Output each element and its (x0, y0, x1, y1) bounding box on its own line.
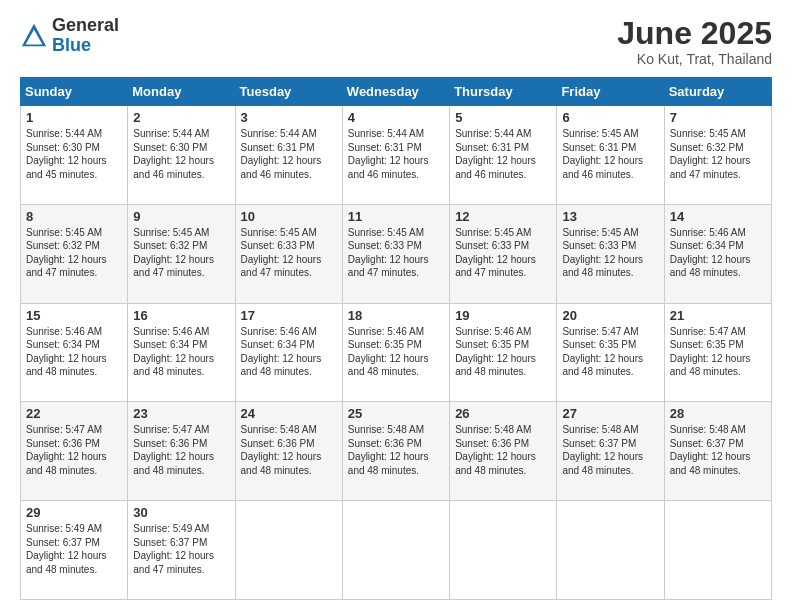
table-row: 12 Sunrise: 5:45 AMSunset: 6:33 PMDaylig… (450, 204, 557, 303)
table-row: 24 Sunrise: 5:48 AMSunset: 6:36 PMDaylig… (235, 402, 342, 501)
day-info: Sunrise: 5:44 AMSunset: 6:31 PMDaylight:… (455, 128, 536, 180)
day-info: Sunrise: 5:48 AMSunset: 6:36 PMDaylight:… (241, 424, 322, 476)
day-number: 23 (133, 406, 229, 421)
table-row: 23 Sunrise: 5:47 AMSunset: 6:36 PMDaylig… (128, 402, 235, 501)
day-number: 11 (348, 209, 444, 224)
day-info: Sunrise: 5:49 AMSunset: 6:37 PMDaylight:… (26, 523, 107, 575)
day-info: Sunrise: 5:45 AMSunset: 6:33 PMDaylight:… (455, 227, 536, 279)
table-row: 25 Sunrise: 5:48 AMSunset: 6:36 PMDaylig… (342, 402, 449, 501)
table-row: 13 Sunrise: 5:45 AMSunset: 6:33 PMDaylig… (557, 204, 664, 303)
calendar-week-row: 29 Sunrise: 5:49 AMSunset: 6:37 PMDaylig… (21, 501, 772, 600)
day-info: Sunrise: 5:44 AMSunset: 6:31 PMDaylight:… (241, 128, 322, 180)
table-row: 28 Sunrise: 5:48 AMSunset: 6:37 PMDaylig… (664, 402, 771, 501)
weekday-header-row: Sunday Monday Tuesday Wednesday Thursday… (21, 78, 772, 106)
table-row: 6 Sunrise: 5:45 AMSunset: 6:31 PMDayligh… (557, 106, 664, 205)
day-info: Sunrise: 5:46 AMSunset: 6:35 PMDaylight:… (348, 326, 429, 378)
day-info: Sunrise: 5:44 AMSunset: 6:30 PMDaylight:… (133, 128, 214, 180)
table-row (235, 501, 342, 600)
day-number: 14 (670, 209, 766, 224)
header-friday: Friday (557, 78, 664, 106)
table-row: 8 Sunrise: 5:45 AMSunset: 6:32 PMDayligh… (21, 204, 128, 303)
day-number: 30 (133, 505, 229, 520)
header-monday: Monday (128, 78, 235, 106)
day-info: Sunrise: 5:48 AMSunset: 6:36 PMDaylight:… (348, 424, 429, 476)
day-number: 7 (670, 110, 766, 125)
day-info: Sunrise: 5:44 AMSunset: 6:31 PMDaylight:… (348, 128, 429, 180)
table-row: 16 Sunrise: 5:46 AMSunset: 6:34 PMDaylig… (128, 303, 235, 402)
day-number: 8 (26, 209, 122, 224)
day-number: 12 (455, 209, 551, 224)
table-row (450, 501, 557, 600)
day-number: 27 (562, 406, 658, 421)
header-sunday: Sunday (21, 78, 128, 106)
header-tuesday: Tuesday (235, 78, 342, 106)
day-number: 5 (455, 110, 551, 125)
title-block: June 2025 Ko Kut, Trat, Thailand (617, 16, 772, 67)
day-info: Sunrise: 5:48 AMSunset: 6:37 PMDaylight:… (670, 424, 751, 476)
day-info: Sunrise: 5:45 AMSunset: 6:32 PMDaylight:… (26, 227, 107, 279)
header-thursday: Thursday (450, 78, 557, 106)
table-row: 7 Sunrise: 5:45 AMSunset: 6:32 PMDayligh… (664, 106, 771, 205)
day-number: 10 (241, 209, 337, 224)
day-info: Sunrise: 5:46 AMSunset: 6:34 PMDaylight:… (26, 326, 107, 378)
day-number: 6 (562, 110, 658, 125)
day-number: 4 (348, 110, 444, 125)
table-row: 18 Sunrise: 5:46 AMSunset: 6:35 PMDaylig… (342, 303, 449, 402)
table-row: 11 Sunrise: 5:45 AMSunset: 6:33 PMDaylig… (342, 204, 449, 303)
day-number: 29 (26, 505, 122, 520)
day-number: 26 (455, 406, 551, 421)
logo-blue-text: Blue (52, 35, 91, 55)
table-row: 27 Sunrise: 5:48 AMSunset: 6:37 PMDaylig… (557, 402, 664, 501)
logo-icon (20, 22, 48, 50)
day-number: 16 (133, 308, 229, 323)
table-row: 4 Sunrise: 5:44 AMSunset: 6:31 PMDayligh… (342, 106, 449, 205)
day-info: Sunrise: 5:46 AMSunset: 6:34 PMDaylight:… (241, 326, 322, 378)
table-row: 2 Sunrise: 5:44 AMSunset: 6:30 PMDayligh… (128, 106, 235, 205)
day-number: 9 (133, 209, 229, 224)
table-row: 3 Sunrise: 5:44 AMSunset: 6:31 PMDayligh… (235, 106, 342, 205)
day-number: 1 (26, 110, 122, 125)
day-info: Sunrise: 5:47 AMSunset: 6:35 PMDaylight:… (670, 326, 751, 378)
calendar-week-row: 1 Sunrise: 5:44 AMSunset: 6:30 PMDayligh… (21, 106, 772, 205)
day-number: 15 (26, 308, 122, 323)
day-info: Sunrise: 5:47 AMSunset: 6:36 PMDaylight:… (26, 424, 107, 476)
day-number: 18 (348, 308, 444, 323)
table-row: 20 Sunrise: 5:47 AMSunset: 6:35 PMDaylig… (557, 303, 664, 402)
table-row: 14 Sunrise: 5:46 AMSunset: 6:34 PMDaylig… (664, 204, 771, 303)
table-row: 5 Sunrise: 5:44 AMSunset: 6:31 PMDayligh… (450, 106, 557, 205)
header-saturday: Saturday (664, 78, 771, 106)
day-info: Sunrise: 5:45 AMSunset: 6:32 PMDaylight:… (670, 128, 751, 180)
location-subtitle: Ko Kut, Trat, Thailand (617, 51, 772, 67)
day-info: Sunrise: 5:48 AMSunset: 6:36 PMDaylight:… (455, 424, 536, 476)
header: General Blue June 2025 Ko Kut, Trat, Tha… (20, 16, 772, 67)
table-row (664, 501, 771, 600)
day-info: Sunrise: 5:45 AMSunset: 6:31 PMDaylight:… (562, 128, 643, 180)
calendar-week-row: 8 Sunrise: 5:45 AMSunset: 6:32 PMDayligh… (21, 204, 772, 303)
logo: General Blue (20, 16, 119, 56)
table-row: 26 Sunrise: 5:48 AMSunset: 6:36 PMDaylig… (450, 402, 557, 501)
day-info: Sunrise: 5:45 AMSunset: 6:33 PMDaylight:… (241, 227, 322, 279)
day-number: 17 (241, 308, 337, 323)
table-row: 29 Sunrise: 5:49 AMSunset: 6:37 PMDaylig… (21, 501, 128, 600)
day-number: 24 (241, 406, 337, 421)
table-row: 10 Sunrise: 5:45 AMSunset: 6:33 PMDaylig… (235, 204, 342, 303)
day-info: Sunrise: 5:44 AMSunset: 6:30 PMDaylight:… (26, 128, 107, 180)
month-title: June 2025 (617, 16, 772, 51)
day-number: 2 (133, 110, 229, 125)
day-info: Sunrise: 5:47 AMSunset: 6:35 PMDaylight:… (562, 326, 643, 378)
day-info: Sunrise: 5:46 AMSunset: 6:34 PMDaylight:… (133, 326, 214, 378)
table-row: 19 Sunrise: 5:46 AMSunset: 6:35 PMDaylig… (450, 303, 557, 402)
header-wednesday: Wednesday (342, 78, 449, 106)
day-number: 19 (455, 308, 551, 323)
day-info: Sunrise: 5:46 AMSunset: 6:35 PMDaylight:… (455, 326, 536, 378)
day-number: 25 (348, 406, 444, 421)
day-info: Sunrise: 5:49 AMSunset: 6:37 PMDaylight:… (133, 523, 214, 575)
table-row: 15 Sunrise: 5:46 AMSunset: 6:34 PMDaylig… (21, 303, 128, 402)
table-row: 9 Sunrise: 5:45 AMSunset: 6:32 PMDayligh… (128, 204, 235, 303)
day-number: 20 (562, 308, 658, 323)
day-info: Sunrise: 5:45 AMSunset: 6:32 PMDaylight:… (133, 227, 214, 279)
day-number: 22 (26, 406, 122, 421)
table-row: 17 Sunrise: 5:46 AMSunset: 6:34 PMDaylig… (235, 303, 342, 402)
day-info: Sunrise: 5:46 AMSunset: 6:34 PMDaylight:… (670, 227, 751, 279)
day-number: 28 (670, 406, 766, 421)
